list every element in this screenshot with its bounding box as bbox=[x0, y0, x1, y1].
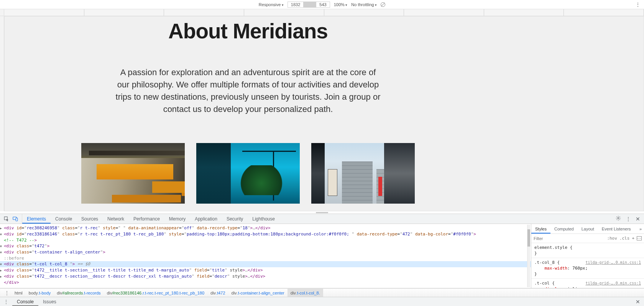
styles-filter-bar: :hov .cls + bbox=[531, 234, 644, 243]
styles-tabbar: Styles Computed Layout Event Listeners » bbox=[531, 224, 644, 234]
tab-console[interactable]: Console bbox=[51, 214, 77, 224]
viewport-height-input[interactable]: 543 bbox=[316, 2, 329, 7]
drawer-close-icon[interactable]: ✕ bbox=[632, 299, 644, 305]
toggle-computed-sidebar-icon[interactable] bbox=[637, 236, 642, 240]
rule-close: } bbox=[534, 271, 641, 277]
breadcrumb-item[interactable]: body.t-body bbox=[26, 289, 54, 297]
rule-t-col[interactable]: tilda-grid-….0.min.css:1.t-col { bbox=[534, 280, 641, 286]
breadcrumb-item[interactable]: div.t-container.t-align_center bbox=[228, 289, 288, 297]
dimension-inputs: 1832 543 bbox=[288, 2, 330, 8]
devtools-tabbar: Elements Console Sources Network Perform… bbox=[0, 214, 644, 224]
tab-application[interactable]: Application bbox=[190, 214, 222, 224]
dom-node[interactable]: <div class="t472"> bbox=[0, 243, 531, 249]
toggle-device-toolbar-icon[interactable] bbox=[13, 216, 18, 222]
card-image-busstop bbox=[196, 143, 300, 204]
styles-filter-input[interactable] bbox=[534, 236, 605, 241]
dom-comment: <!-- T472 --> bbox=[0, 237, 531, 243]
devtools-body: <div id="rec308246958" class="r t-rec" s… bbox=[0, 224, 644, 288]
svg-point-3 bbox=[618, 217, 619, 219]
css-declaration[interactable]: max-width: 760px; bbox=[534, 265, 641, 271]
rule-close: } bbox=[534, 250, 641, 256]
dom-node[interactable]: <div class="t472__title t-section__title… bbox=[0, 267, 531, 273]
source-link[interactable]: tilda-grid-….0.min.css:1 bbox=[586, 260, 641, 265]
dom-node-close: </div> bbox=[0, 280, 531, 285]
card-image-airport bbox=[81, 143, 185, 204]
breadcrumb-item[interactable]: div.t472 bbox=[207, 289, 228, 297]
card-image-city bbox=[311, 143, 415, 204]
source-link[interactable]: tilda-grid-….0.min.css:1 bbox=[586, 280, 641, 286]
styles-tabs-overflow-icon[interactable]: » bbox=[637, 224, 644, 234]
dom-node[interactable]: <div class="t-container t-align_center"> bbox=[0, 249, 531, 255]
devtools-menu-icon[interactable]: ⋮ bbox=[626, 216, 631, 222]
svg-rect-2 bbox=[16, 218, 17, 221]
tab-security[interactable]: Security bbox=[222, 214, 248, 224]
devtools-close-icon[interactable]: ✕ bbox=[636, 216, 640, 222]
tab-elements[interactable]: Elements bbox=[22, 214, 51, 224]
page-title: About Meridians bbox=[81, 19, 415, 43]
tab-performance[interactable]: Performance bbox=[129, 214, 164, 224]
rule-element-style[interactable]: element.style { bbox=[534, 245, 641, 250]
preview-area: About Meridians A passion for exploratio… bbox=[0, 16, 644, 211]
dom-node[interactable]: <div class="t472__descr t-section__descr… bbox=[0, 273, 531, 280]
drawer-tab-issues[interactable]: Issues bbox=[38, 297, 61, 306]
rule-t-col-8[interactable]: tilda-grid-….0.min.css:1.t-col_8 { bbox=[534, 260, 641, 265]
devtools-drawer: ⋮ Console Issues ✕ bbox=[0, 297, 644, 306]
styles-panel: Styles Computed Layout Event Listeners »… bbox=[531, 224, 644, 288]
dom-before: ::before bbox=[0, 255, 531, 261]
tab-sources[interactable]: Sources bbox=[77, 214, 103, 224]
breadcrumb-item[interactable]: div#allrecords.t-records bbox=[54, 289, 104, 297]
breadcrumb-menu-icon[interactable]: ⋮ bbox=[2, 290, 12, 296]
throttling-dropdown[interactable]: No throttling bbox=[351, 2, 377, 7]
elements-dom-tree[interactable]: <div id="rec308246958" class="r t-rec" s… bbox=[0, 224, 531, 288]
image-cards-row bbox=[81, 143, 415, 204]
tab-lighthouse[interactable]: Lighthouse bbox=[248, 214, 279, 224]
breadcrumb-item[interactable]: html bbox=[12, 289, 26, 297]
page-description: A passion for exploration and an adventu… bbox=[114, 66, 382, 115]
rulers bbox=[0, 9, 644, 16]
dom-node-selected[interactable]: <div class="t-col t-col_8 "> == $0 bbox=[0, 261, 531, 267]
toggle-cls-button[interactable]: .cls bbox=[619, 236, 630, 241]
tab-memory[interactable]: Memory bbox=[164, 214, 190, 224]
styles-tab-computed[interactable]: Computed bbox=[550, 224, 578, 234]
zoom-dropdown[interactable]: 100% bbox=[334, 2, 348, 7]
rendered-viewport[interactable]: About Meridians A passion for exploratio… bbox=[4, 16, 644, 211]
toggle-hov-button[interactable]: :hov bbox=[607, 236, 617, 241]
responsive-mode-dropdown[interactable]: Responsive bbox=[259, 2, 284, 7]
device-toolbar: Responsive 1832 543 100% No throttling ⋮ bbox=[0, 0, 644, 9]
styles-rules[interactable]: element.style { } tilda-grid-….0.min.css… bbox=[531, 243, 644, 288]
dom-node[interactable]: <div id="rec338186146" class="r t-rec t-… bbox=[0, 231, 531, 237]
elements-scrollbar[interactable] bbox=[527, 225, 530, 287]
new-style-rule-button[interactable]: + bbox=[632, 236, 634, 241]
settings-gear-icon[interactable] bbox=[616, 216, 621, 222]
drawer-menu-icon[interactable]: ⋮ bbox=[0, 299, 12, 304]
tab-network[interactable]: Network bbox=[103, 214, 129, 224]
viewport-width-input[interactable]: 1832 bbox=[288, 2, 303, 7]
device-toolbar-menu-icon[interactable]: ⋮ bbox=[635, 2, 640, 8]
drawer-tab-console[interactable]: Console bbox=[12, 297, 38, 306]
styles-tab-layout[interactable]: Layout bbox=[578, 224, 598, 234]
styles-tab-styles[interactable]: Styles bbox=[531, 224, 550, 234]
breadcrumb-item-active[interactable]: div.t-col.t-col_8. bbox=[288, 289, 323, 297]
inspect-element-icon[interactable] bbox=[4, 216, 9, 222]
rotate-icon[interactable] bbox=[381, 2, 385, 7]
css-declaration[interactable]: display: inline; bbox=[534, 286, 641, 288]
dom-node[interactable]: <div id="rec308246958" class="r t-rec" s… bbox=[0, 225, 531, 231]
breadcrumb-item[interactable]: div#rec338186146.r.t-rec.t-rec_pt_180.t-… bbox=[104, 289, 207, 297]
elements-breadcrumb: ⋮ html body.t-body div#allrecords.t-reco… bbox=[0, 288, 644, 297]
styles-tab-event-listeners[interactable]: Event Listeners bbox=[598, 224, 635, 234]
